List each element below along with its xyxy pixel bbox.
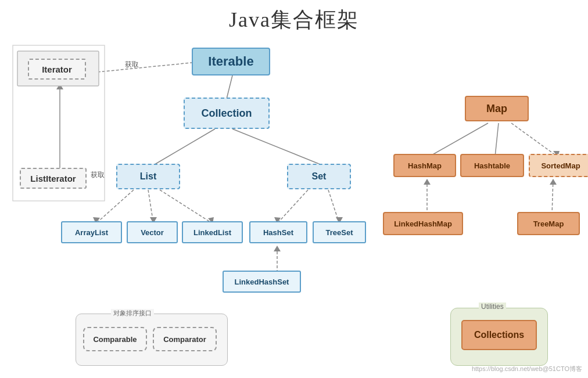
set-node: Set	[287, 164, 351, 189]
svg-line-25	[552, 179, 553, 215]
get1-label: 获取	[125, 60, 139, 70]
collections-node: Collections	[461, 320, 537, 350]
comparable-node: Comparable	[83, 327, 147, 351]
iterator-node: Iterator	[28, 59, 86, 80]
svg-marker-26	[550, 179, 557, 185]
linkedlist-node: LinkedList	[182, 221, 243, 243]
vector-node: Vector	[127, 221, 178, 243]
listiterator-node: ListIterator	[20, 168, 87, 189]
page-title: Java集合框架	[0, 0, 588, 34]
hashtable-node: Hashtable	[460, 154, 524, 177]
sortedmap-node: SortedMap	[529, 154, 588, 177]
linkedhashmap-node: LinkedHashMap	[383, 212, 463, 235]
svg-line-5	[96, 190, 134, 224]
treemap-node: TreeMap	[517, 212, 580, 235]
svg-line-1	[86, 62, 198, 73]
iterable-node: Iterable	[192, 48, 270, 75]
svg-line-11	[277, 190, 308, 224]
diagram-container: Java集合框架	[0, 0, 588, 378]
comparator-node: Comparator	[153, 327, 217, 351]
svg-line-19	[429, 123, 488, 157]
svg-line-21	[511, 123, 558, 157]
hashset-node: HashSet	[249, 221, 307, 243]
list-node: List	[116, 164, 180, 189]
svg-line-9	[160, 190, 213, 224]
svg-marker-18	[56, 84, 63, 89]
collection-node: Collection	[184, 98, 270, 129]
treeset-node: TreeSet	[313, 221, 366, 243]
svg-line-0	[227, 75, 232, 99]
svg-line-7	[148, 190, 153, 224]
object-sort-label: 对象排序接口	[111, 309, 154, 318]
get2-label: 获取	[91, 170, 105, 180]
svg-marker-16	[274, 246, 281, 251]
linkedhashset-node: LinkedHashSet	[223, 271, 301, 293]
svg-marker-2	[86, 70, 93, 75]
map-node: Map	[465, 96, 529, 121]
svg-line-3	[153, 129, 215, 165]
arraylist-node: ArrayList	[61, 221, 122, 243]
hashmap-node: HashMap	[393, 154, 456, 177]
watermark: https://blog.csdn.net/web@51CTO博客	[472, 365, 582, 373]
comparable-group: 对象排序接口 Comparable Comparator	[76, 314, 228, 366]
svg-line-20	[495, 123, 499, 157]
utilities-label: Utilities	[479, 303, 506, 311]
svg-line-4	[232, 129, 323, 165]
collections-group: Utilities Collections	[450, 308, 548, 366]
svg-marker-24	[424, 179, 431, 185]
svg-line-13	[328, 190, 339, 224]
